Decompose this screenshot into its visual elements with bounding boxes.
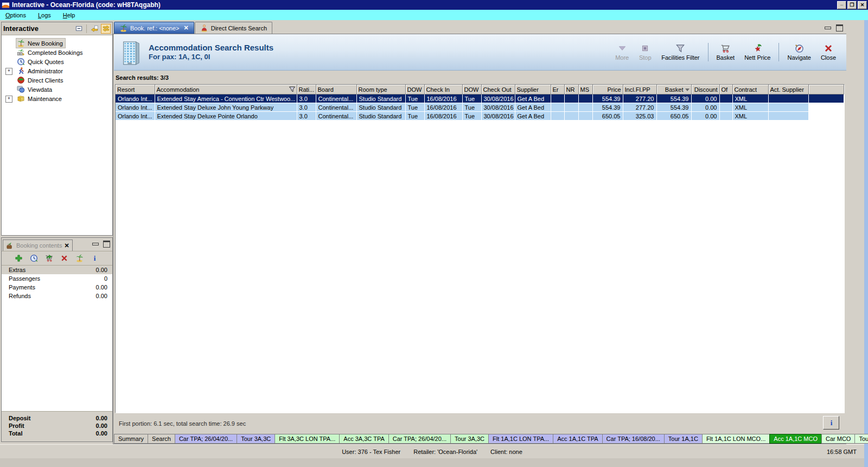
col-price[interactable]: Price: [592, 85, 623, 94]
filter-icon[interactable]: [289, 86, 296, 93]
list-item[interactable]: Payments 0.00: [2, 283, 112, 292]
close-icon[interactable]: [64, 242, 69, 249]
booking-contents-panel: Booking contents Extras 0.00 Passengers …: [1, 237, 113, 442]
row-value: 0.00: [96, 293, 107, 299]
sidebar-item-administrator[interactable]: Administrator: [2, 66, 112, 75]
col-discount[interactable]: Discount: [691, 85, 719, 94]
bottom-tab[interactable]: Acc 1A,1C TPA: [553, 434, 602, 444]
tab-booking-ref[interactable]: Book. ref.: <none>: [114, 22, 194, 34]
table-row[interactable]: Orlando Int... Extended Stay Deluxe Poin…: [116, 112, 844, 121]
sidebar-item-label: Administrator: [28, 68, 63, 74]
col-check-in[interactable]: Check In: [424, 85, 462, 94]
col-ms[interactable]: MS: [578, 85, 592, 94]
button-label: Close: [821, 54, 836, 61]
sidebar-item-viewdata[interactable]: Viewdata: [2, 85, 112, 94]
table-row[interactable]: Orlando Int... Extended Stay America - C…: [116, 94, 844, 103]
quote-button[interactable]: [30, 254, 39, 263]
expand-icon[interactable]: [5, 68, 12, 75]
add-button[interactable]: [15, 254, 24, 263]
info-button[interactable]: [91, 254, 100, 263]
bottom-tab[interactable]: Tour 1A,1C: [854, 434, 868, 444]
col-resort[interactable]: Resort: [116, 85, 155, 94]
cell: [808, 103, 844, 112]
col-er[interactable]: Er: [551, 85, 564, 94]
list-item[interactable]: Passengers 0: [2, 274, 112, 283]
close-results-button[interactable]: Close: [817, 42, 840, 62]
bottom-tab[interactable]: Tour 1A,1C: [664, 434, 703, 444]
facilities-filter-button[interactable]: Facilities Filter: [658, 42, 703, 62]
col-supplier[interactable]: Supplier: [515, 85, 551, 94]
bottom-tab[interactable]: Car TPA; 26/04/20...: [175, 434, 237, 444]
bottom-tab[interactable]: Car TPA; 16/08/20...: [602, 434, 665, 444]
sidebar-item-maintenance[interactable]: Maintenance: [2, 94, 112, 103]
status-bar: User: 376 - Tex Fisher Retailer: 'Ocean-…: [0, 444, 864, 458]
col-nr[interactable]: NR: [564, 85, 578, 94]
close-button[interactable]: [858, 1, 867, 9]
col-board[interactable]: Board: [316, 85, 356, 94]
col-check-out[interactable]: Check Out: [481, 85, 515, 94]
bottom-tab-summary[interactable]: Summary: [114, 434, 148, 444]
close-icon[interactable]: [184, 24, 189, 31]
cell: 554.39: [656, 94, 691, 103]
col-act-supplier[interactable]: Act. Supplier: [768, 85, 808, 94]
swap-panels-button[interactable]: [101, 24, 111, 34]
toolbox-icon: [17, 94, 25, 103]
menu-options[interactable]: Options: [5, 12, 26, 18]
list-item[interactable]: Extras 0.00: [2, 266, 112, 274]
minimize-icon[interactable]: [92, 243, 99, 245]
stop-button[interactable]: Stop: [635, 42, 655, 62]
table-row[interactable]: Orlando Int... Extended Stay Deluxe John…: [116, 103, 844, 112]
col-contract[interactable]: Contract: [732, 85, 768, 94]
sidebar-item-direct-clients[interactable]: Direct Clients: [2, 75, 112, 85]
sidebar-item-new-booking[interactable]: New Booking: [2, 39, 112, 48]
bottom-tab[interactable]: Car MCO: [821, 434, 855, 444]
sidebar-item-quick-quotes[interactable]: Quick Quotes: [2, 57, 112, 66]
bottom-tab[interactable]: Flt 1A,1C LON TPA...: [488, 434, 553, 444]
cell: 30/08/2016: [481, 94, 515, 103]
navigate-button[interactable]: Navigate: [783, 42, 814, 62]
nett-price-icon: [752, 43, 762, 53]
col-room-type[interactable]: Room type: [356, 85, 405, 94]
total-label: Deposit: [9, 415, 30, 421]
palm-tree-icon: [75, 254, 84, 262]
nett-price-button[interactable]: Nett Price: [741, 42, 774, 62]
col-accommodation[interactable]: Accommodation: [155, 85, 297, 94]
more-button[interactable]: More: [611, 42, 633, 62]
delete-button[interactable]: [60, 254, 69, 263]
col-dow-in[interactable]: DOW: [405, 85, 424, 94]
col-rating[interactable]: Rati...: [297, 85, 316, 94]
dock-left-button[interactable]: [90, 24, 99, 34]
col-dow-out[interactable]: DOW: [462, 85, 481, 94]
expand-icon[interactable]: [5, 96, 12, 103]
tab-direct-clients-search[interactable]: Direct Clients Search: [195, 22, 272, 34]
bottom-tab[interactable]: Acc 3A,3C TPA: [339, 434, 388, 444]
menu-help[interactable]: Help: [63, 12, 75, 18]
col-basket[interactable]: Basket: [656, 85, 691, 94]
workspace-maximize-icon[interactable]: [836, 24, 843, 31]
maximize-icon[interactable]: [103, 241, 110, 248]
sidebar-item-completed-bookings[interactable]: Completed Bookings: [2, 48, 112, 57]
bottom-tab-active[interactable]: Acc 1A,1C MCO: [769, 434, 822, 444]
list-item[interactable]: Refunds 0.00: [2, 292, 112, 300]
move-to-basket-button[interactable]: [45, 254, 54, 263]
minimize-button[interactable]: [837, 1, 846, 9]
bottom-tab[interactable]: Tour 3A,3C: [450, 434, 489, 444]
col-incl-fl-pp[interactable]: Incl.Fl.PP: [623, 85, 656, 94]
collapse-all-button[interactable]: [74, 24, 84, 34]
toolbar-separator: [778, 43, 779, 61]
col-of[interactable]: Of: [719, 85, 732, 94]
basket-button[interactable]: Basket: [713, 42, 739, 62]
info-button[interactable]: [823, 416, 839, 430]
bottom-tab[interactable]: Flt 3A,3C LON TPA...: [275, 434, 340, 444]
bottom-tab-search[interactable]: Search: [148, 434, 175, 444]
menu-logs[interactable]: Logs: [38, 12, 51, 18]
cell: [768, 112, 808, 121]
bottom-tab[interactable]: Car TPA; 26/04/20...: [388, 434, 451, 444]
workspace-minimize-icon[interactable]: [825, 27, 831, 29]
tab-booking-contents[interactable]: Booking contents: [3, 239, 73, 251]
bottom-tab[interactable]: Flt 1A,1C LON MCO...: [702, 434, 770, 444]
window-titlebar: Interactive - Ocean-Florida (code: wH8TA…: [0, 0, 868, 10]
bottom-tab[interactable]: Tour 3A,3C: [237, 434, 275, 444]
restore-button[interactable]: [847, 1, 857, 9]
new-booking-button[interactable]: [75, 254, 85, 263]
